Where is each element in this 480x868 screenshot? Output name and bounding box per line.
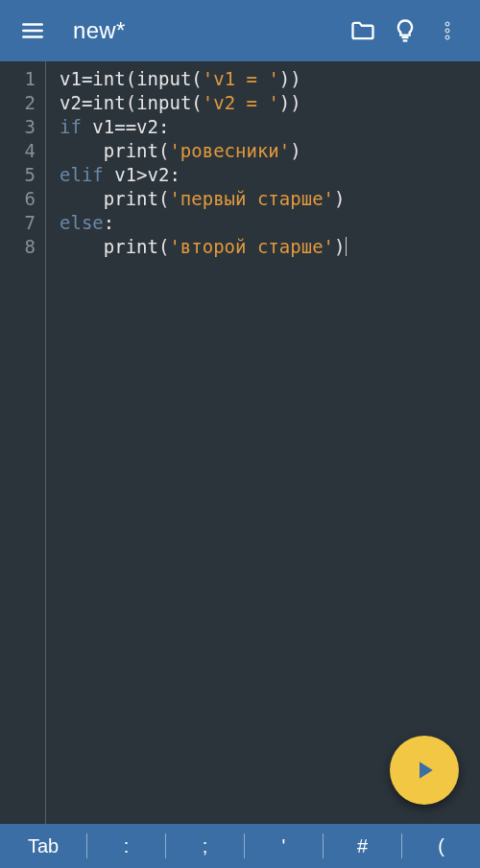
code-token: >	[136, 164, 147, 185]
code-token: if	[60, 116, 82, 137]
code-line[interactable]: print('первый старше')	[60, 187, 347, 211]
code-token: input	[136, 68, 191, 89]
code-token: (	[191, 92, 202, 113]
code-line[interactable]: v1=int(input('v1 = '))	[60, 67, 347, 91]
key-colon[interactable]: :	[87, 824, 165, 868]
code-token: ==	[114, 116, 136, 137]
line-number: 3	[0, 115, 45, 139]
code-token: (	[191, 68, 202, 89]
code-line[interactable]: print('второй старше')	[60, 235, 347, 259]
overflow-icon[interactable]	[426, 10, 468, 52]
line-number: 4	[0, 139, 45, 163]
document-title: new*	[73, 17, 342, 44]
code-token: :	[169, 164, 180, 185]
folder-icon[interactable]	[342, 10, 384, 52]
key-hash[interactable]: #	[324, 824, 401, 868]
svg-point-4	[445, 29, 449, 33]
code-token: v2	[136, 116, 158, 137]
line-number: 6	[0, 187, 45, 211]
code-token: )	[290, 140, 300, 161]
code-token: =	[82, 68, 92, 89]
code-token: int	[92, 92, 125, 113]
code-token: v1	[82, 116, 114, 137]
line-number: 8	[0, 235, 45, 259]
key-tab[interactable]: Tab	[0, 824, 86, 868]
code-token: (	[126, 68, 136, 89]
code-token	[60, 140, 104, 161]
symbol-key-bar: Tab : ; ' # (	[0, 824, 480, 868]
code-token: ))	[279, 68, 301, 89]
code-token	[60, 188, 104, 209]
code-token: input	[136, 92, 191, 113]
line-number-gutter: 12345678	[0, 61, 46, 824]
code-line[interactable]: v2=int(input('v2 = '))	[60, 91, 347, 115]
code-line[interactable]: print('ровесники')	[60, 139, 347, 163]
code-token: ))	[279, 92, 301, 113]
code-token: 'v1 = '	[203, 68, 279, 89]
code-token: 'ровесники'	[169, 140, 290, 161]
code-token: :	[104, 212, 114, 233]
code-token: print	[104, 140, 158, 161]
code-token: elif	[60, 164, 104, 185]
code-token: (	[158, 140, 169, 161]
code-token: v2	[60, 92, 82, 113]
app-root: new* 12345678 v1=int(input('v1 = '))v2=i…	[0, 0, 480, 868]
code-token: print	[104, 188, 158, 209]
code-line[interactable]: else:	[60, 211, 347, 235]
code-token: int	[92, 68, 125, 89]
line-number: 7	[0, 211, 45, 235]
line-number: 5	[0, 163, 45, 187]
code-token: (	[158, 236, 169, 257]
svg-point-5	[445, 35, 449, 39]
line-number: 2	[0, 91, 45, 115]
code-token: )	[334, 188, 345, 209]
key-paren-open[interactable]: (	[402, 824, 480, 868]
code-token: print	[104, 236, 158, 257]
code-token: :	[158, 116, 169, 137]
code-token: 'v2 = '	[203, 92, 279, 113]
code-line[interactable]: if v1==v2:	[60, 115, 347, 139]
menu-icon[interactable]	[12, 10, 54, 52]
code-line[interactable]: elif v1>v2:	[60, 163, 347, 187]
run-button[interactable]	[390, 736, 459, 805]
code-token: 'второй старше'	[169, 236, 334, 257]
code-token: v1	[60, 68, 82, 89]
code-token: v1	[104, 164, 136, 185]
code-token	[60, 236, 104, 257]
app-bar: new*	[0, 0, 480, 61]
svg-point-3	[445, 22, 449, 26]
code-token: else	[60, 212, 104, 233]
line-number: 1	[0, 67, 45, 91]
code-token: 'первый старше'	[169, 188, 334, 209]
key-semicolon[interactable]: ;	[166, 824, 244, 868]
bulb-icon[interactable]	[384, 10, 426, 52]
code-token: v2	[148, 164, 170, 185]
text-cursor	[346, 237, 347, 256]
code-token: =	[82, 92, 92, 113]
code-token: (	[126, 92, 136, 113]
code-token: (	[158, 188, 169, 209]
code-token: )	[334, 236, 345, 257]
key-quote[interactable]: '	[245, 824, 323, 868]
code-editor[interactable]: 12345678 v1=int(input('v1 = '))v2=int(in…	[0, 61, 480, 824]
code-content[interactable]: v1=int(input('v1 = '))v2=int(input('v2 =…	[46, 61, 347, 824]
